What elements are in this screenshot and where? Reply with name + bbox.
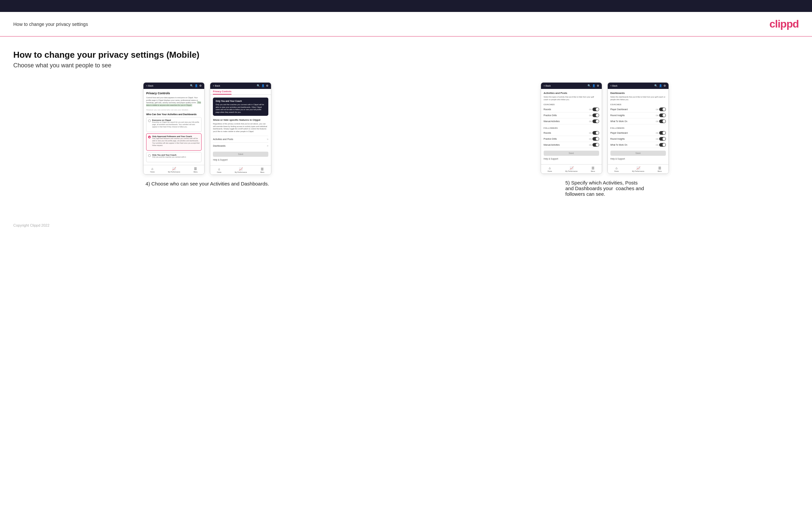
option-everyone-desc: Everyone on Clippd can search for you an…: [152, 121, 200, 128]
screenshot-group-right: < Back 🔍 👤 ⚙ Activities and Posts Select…: [411, 82, 799, 197]
screen2-bottom-nav: ⌂ Home 📈 My Performance ☰ Menu: [210, 165, 271, 174]
coaches-manual-toggle[interactable]: [593, 119, 599, 123]
radio-approved[interactable]: [148, 136, 151, 138]
dashboards-label: Dashboards: [213, 145, 225, 147]
privacy-controls-tab[interactable]: Privacy Controls: [213, 89, 232, 95]
screen1-back[interactable]: < Back: [146, 84, 153, 87]
screen2-help: Help & Support: [213, 157, 268, 163]
search-icon-3: 🔍: [588, 84, 591, 87]
menu-icon-3: ☰: [592, 166, 595, 170]
nav-home-2[interactable]: ⌂ Home: [217, 167, 221, 173]
settings-icon-2: ⚙: [266, 84, 268, 87]
screen3-title: Activities and Posts: [544, 92, 599, 95]
screenshot-group-left: < Back 🔍 👤 ⚙ Privacy Controls Control ho…: [13, 82, 402, 186]
copyright-text: Copyright Clippd 2022: [13, 223, 49, 227]
followers-insights-toggle[interactable]: [659, 137, 666, 141]
main-content: How to change your privacy settings (Mob…: [0, 37, 812, 217]
phone-screen-2: < Back 🔍 👤 ⚙ Privacy Controls Only: [210, 82, 271, 175]
nav-performance-1[interactable]: 📈 My Performance: [168, 167, 180, 173]
activities-posts-label: Activities and Posts: [213, 138, 233, 140]
radio-only-you[interactable]: [148, 154, 151, 157]
screen2-back[interactable]: < Back: [213, 84, 220, 87]
option-only-you-desc: Only you and the coaches you connect wit…: [152, 156, 186, 158]
settings-icon-3: ⚙: [597, 84, 599, 87]
top-bar: [0, 0, 812, 12]
followers-workon-toggle[interactable]: [659, 143, 666, 147]
home-label-2: Home: [217, 171, 221, 173]
screen4-back[interactable]: < Back: [610, 84, 618, 87]
screen3-back[interactable]: < Back: [544, 84, 551, 87]
screen3-save-btn[interactable]: Save: [544, 151, 599, 156]
home-label-1: Home: [150, 171, 154, 173]
caption-4: 4) Choose who can see your Activities an…: [146, 181, 269, 186]
followers-manual-toggle[interactable]: [593, 143, 599, 147]
option-everyone[interactable]: Everyone on Clippd Everyone on Clippd ca…: [146, 117, 202, 132]
menu-label-2: Menu: [260, 171, 265, 173]
settings-icon-4: ⚙: [664, 84, 666, 87]
coaches-drills-toggle[interactable]: [593, 113, 599, 117]
nav-menu-1[interactable]: ☰ Menu: [194, 167, 198, 173]
screen1-section: Who Can See Your Activities and Dashboar…: [146, 113, 202, 115]
screen4-followers-workon: What To Work On ON: [610, 142, 666, 148]
screen3-followers-label: FOLLOWERS: [544, 127, 599, 129]
followers-player-label: Player Dashboard: [610, 132, 628, 134]
screen4-help: Help & Support: [610, 156, 666, 162]
phone-screen-4: < Back 🔍 👤 ⚙ Dashboards Select the dashb…: [607, 82, 669, 174]
nav-menu-3[interactable]: ☰ Menu: [591, 166, 595, 172]
screen4-coaches-player: Player Dashboard ON: [610, 107, 666, 112]
option-approved[interactable]: Only Approved Followers and Your Coach O…: [146, 133, 202, 151]
performance-label-1: My Performance: [168, 171, 180, 173]
performance-label-4: My Performance: [632, 170, 644, 172]
activities-posts-row[interactable]: Activities and Posts >: [213, 136, 268, 143]
nav-menu-2[interactable]: ☰ Menu: [260, 167, 265, 173]
caption-5: 5) Specify which Activities, Postsand Da…: [565, 180, 644, 197]
followers-player-toggle[interactable]: [659, 131, 666, 135]
nav-menu-4[interactable]: ☰ Menu: [658, 166, 662, 172]
followers-rounds-toggle[interactable]: [593, 131, 599, 135]
screen1-bottom-nav: ⌂ Home 📈 My Performance ☰ Menu: [144, 165, 204, 174]
screen3-help: Help & Support: [544, 156, 599, 162]
nav-home-4[interactable]: ⌂ Home: [614, 166, 619, 172]
screen4-icons: 🔍 👤 ⚙: [654, 84, 666, 87]
nav-performance-3[interactable]: 📈 My Performance: [565, 166, 577, 172]
search-icon-4: 🔍: [654, 84, 658, 87]
screen2-icons: 🔍 👤 ⚙: [257, 84, 268, 87]
option-only-you[interactable]: Only You and Your Coach Only you and the…: [146, 152, 202, 162]
menu-label-4: Menu: [658, 170, 662, 172]
coaches-insights-toggle[interactable]: [659, 113, 666, 117]
activities-posts-arrow: >: [267, 138, 269, 141]
screen4-coaches-workon: What To Work On ON: [610, 118, 666, 124]
screen1-intro2: However you can control who can see your…: [146, 109, 202, 111]
performance-label-2: My Performance: [235, 171, 247, 173]
screen4-coaches-label: COACHES: [610, 104, 666, 106]
coaches-rounds-label: Rounds: [544, 108, 551, 111]
coaches-insights-label: Round Insights: [610, 114, 625, 116]
nav-home-3[interactable]: ⌂ Home: [548, 166, 552, 172]
coaches-workon-toggle[interactable]: [659, 119, 666, 123]
screen3-coaches-drills: Practice Drills ON: [544, 112, 599, 118]
nav-performance-2[interactable]: 📈 My Performance: [235, 167, 247, 173]
nav-home-1[interactable]: ⌂ Home: [150, 167, 154, 173]
coaches-rounds-toggle[interactable]: [593, 108, 599, 111]
screen1-content: Privacy Controls Control how and your da…: [144, 89, 204, 165]
page-subheading: Choose what you want people to see: [13, 62, 799, 69]
screen2-save-btn[interactable]: Save: [213, 152, 268, 157]
dashboards-row[interactable]: Dashboards >: [213, 143, 268, 149]
person-icon: 👤: [195, 84, 198, 87]
nav-performance-4[interactable]: 📈 My Performance: [632, 166, 644, 172]
menu-icon-4: ☰: [658, 166, 661, 170]
screen4-followers-player: Player Dashboard ON: [610, 130, 666, 136]
followers-workon-label: What To Work On: [610, 144, 627, 146]
followers-drills-toggle[interactable]: [593, 137, 599, 141]
screen3-icons: 🔍 👤 ⚙: [588, 84, 599, 87]
logo: clippd: [769, 18, 799, 30]
screenshots-row: < Back 🔍 👤 ⚙ Privacy Controls Control ho…: [13, 82, 799, 197]
radio-everyone[interactable]: [148, 119, 151, 122]
screenshot-pair-right: < Back 🔍 👤 ⚙ Activities and Posts Select…: [541, 82, 669, 174]
home-label-3: Home: [548, 170, 552, 172]
screen4-save-btn[interactable]: Save: [610, 151, 666, 156]
coaches-player-toggle[interactable]: [659, 108, 666, 111]
screen2-header: < Back 🔍 👤 ⚙: [210, 82, 271, 89]
popup-desc: Only you and the coaches you connect wit…: [215, 104, 266, 114]
popup-title: Only You and Your Coach: [215, 100, 266, 103]
